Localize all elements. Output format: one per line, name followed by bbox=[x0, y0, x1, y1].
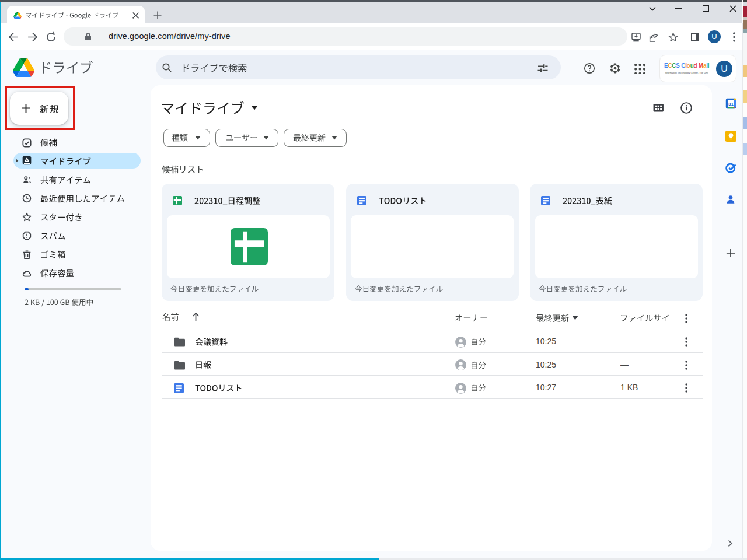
svg-text:31: 31 bbox=[728, 101, 734, 106]
